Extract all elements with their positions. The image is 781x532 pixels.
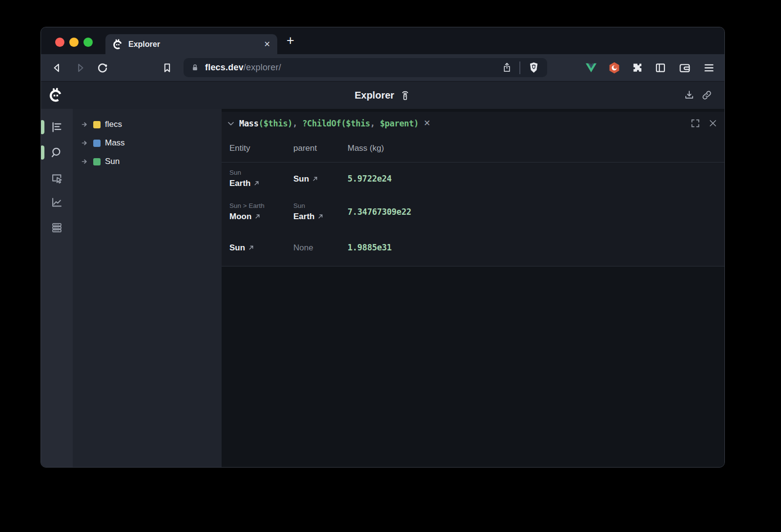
zoom-window-button[interactable] [83,38,93,47]
entity-link[interactable]: Earth [229,177,293,189]
entity-parent-path: Sun [229,168,293,177]
flecs-favicon-icon [112,39,123,50]
table-row: Sun Earth Sun 5.9722e24 [222,163,724,195]
parent-cell: Sun [293,173,348,185]
forward-button[interactable] [74,61,86,74]
open-link-icon [253,180,260,186]
hexagon-extension-icon[interactable] [608,61,621,74]
remote-connection-icon[interactable] [399,89,411,101]
entity-name: Moon [229,210,251,223]
tree-item-label: flecs [105,120,122,129]
entity-cell: Sun [229,242,293,254]
url-text: flecs.dev/explorer/ [205,62,281,73]
active-panel-indicator [41,145,44,160]
entity-link[interactable]: Moon [229,210,293,223]
entity-tree-panel: flecs Mass Sun [73,109,222,468]
column-header-entity: Entity [229,143,293,153]
url-path: /explorer/ [244,62,281,72]
browser-window: Explorer ✕ + flecs.dev/explorer/ [41,27,725,468]
memory-icon[interactable] [50,221,63,234]
vue-devtools-icon[interactable] [584,61,598,75]
entity-tree-icon[interactable] [50,121,63,134]
menu-icon[interactable] [702,61,716,74]
new-tab-button[interactable]: + [287,33,294,48]
back-button[interactable] [51,61,63,74]
link-icon[interactable] [701,89,713,101]
table-header: Entity parent Mass (kg) [222,135,724,163]
share-icon[interactable] [501,62,513,73]
entity-color-swatch [93,140,101,147]
entity-name: Sun [229,242,245,254]
url-host: flecs.dev [205,62,244,72]
tree-item-label: Mass [105,138,125,148]
query-term: ?ChildOf($this [302,119,370,128]
query-term: Mass [239,119,259,128]
query-term: $parent) [380,119,418,128]
wallet-icon[interactable] [678,61,691,74]
download-icon[interactable] [683,89,695,101]
browser-toolbar: flecs.dev/explorer/ [41,54,724,81]
tab-close-icon[interactable]: ✕ [264,40,270,49]
query-expression[interactable]: Mass($this), ?ChildOf($this, $parent) [239,119,419,128]
search-icon[interactable] [50,146,63,159]
mass-value: 7.34767309e22 [348,207,724,217]
column-header-parent: parent [293,143,348,153]
open-link-icon [312,176,318,182]
query-clear-icon[interactable]: ✕ [424,118,431,128]
tree-item-sun[interactable]: Sun [73,152,222,171]
parent-link[interactable]: Sun [293,173,348,185]
app-header: Explorer [41,81,724,109]
query-header: Mass($this), ?ChildOf($this, $parent) ✕ [222,112,724,135]
reload-button[interactable] [96,61,109,74]
expand-arrow-icon[interactable] [81,139,89,147]
tree-item-mass[interactable]: Mass [73,134,222,152]
table-row: Sun None 1.9885e31 [222,229,724,266]
close-panel-icon[interactable] [708,119,718,128]
open-link-icon [317,213,324,220]
parent-cell: Sun Earth [293,201,348,223]
column-header-mass: Mass (kg) [348,143,724,153]
entity-cell: Sun Earth [229,168,293,189]
extensions-puzzle-icon[interactable] [631,61,644,74]
brave-shield-icon[interactable] [527,61,540,74]
entity-link[interactable]: Sun [229,242,293,254]
tool-sidebar [41,109,73,468]
mass-value: 1.9885e31 [348,243,724,252]
traffic-lights [55,38,93,47]
parent-link[interactable]: Earth [293,210,348,223]
expand-arrow-icon[interactable] [81,158,89,165]
lock-icon [190,63,200,72]
tree-item-flecs[interactable]: flecs [73,115,222,134]
sidebar-toggle-icon[interactable] [654,61,667,74]
entity-name: Earth [229,177,250,189]
table-row: Sun > Earth Moon Sun Earth 7.34767309e22 [222,195,724,229]
inspector-icon[interactable] [50,171,63,184]
page-title: Explorer [354,90,394,101]
entity-color-swatch [93,121,101,128]
active-panel-indicator [41,120,44,134]
close-window-button[interactable] [55,38,64,47]
tree-item-label: Sun [105,157,120,166]
address-bar[interactable]: flecs.dev/explorer/ [184,58,547,77]
main-canvas: Mass($this), ?ChildOf($this, $parent) ✕ … [222,109,724,468]
open-link-icon [254,213,261,220]
open-link-icon [248,245,254,251]
entity-color-swatch [93,158,101,165]
parent-name: Sun [293,173,309,185]
parent-none-label: None [293,242,348,254]
fullscreen-icon[interactable] [690,118,700,128]
toolbar-separator [519,61,520,74]
query-panel: Mass($this), ?ChildOf($this, $parent) ✕ … [222,112,724,266]
expand-arrow-icon[interactable] [81,121,89,128]
parent-cell: None [293,242,348,254]
query-term: , [292,119,302,128]
minimize-window-button[interactable] [69,38,79,47]
entity-cell: Sun > Earth Moon [229,201,293,223]
query-term: , [370,119,380,128]
chevron-down-icon[interactable] [226,119,236,128]
stats-chart-icon[interactable] [50,196,63,209]
query-term: ($this) [259,119,293,128]
bookmark-icon[interactable] [161,61,173,74]
browser-tab[interactable]: Explorer ✕ [105,34,277,54]
parent-name: None [293,242,313,254]
